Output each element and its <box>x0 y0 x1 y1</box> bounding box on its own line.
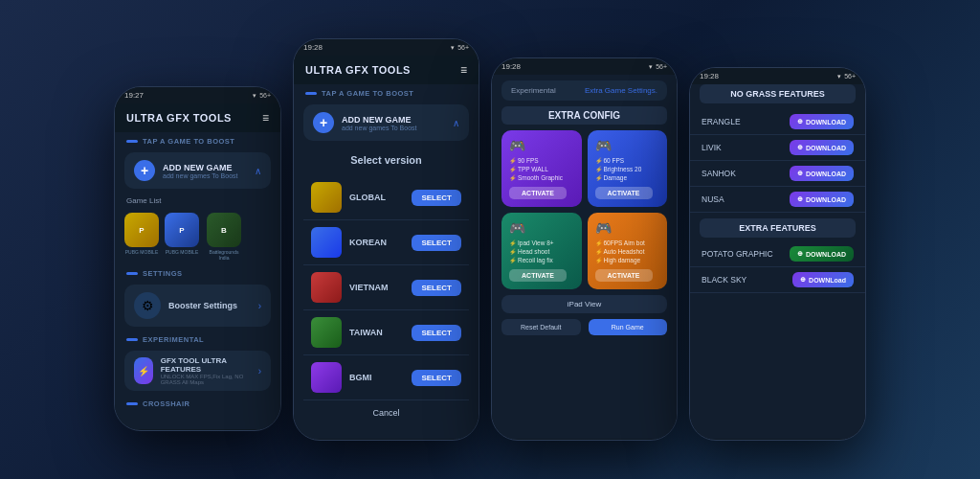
gfx-icon: ⚡ <box>134 357 153 384</box>
extra-label-potato: POTATO GRAPHIC <box>702 249 773 259</box>
extra-header: Experimental Extra Game Settings. <box>501 80 667 101</box>
version-img-vietnam <box>311 272 342 303</box>
download-button-potato[interactable]: ⊕ DOWNLOAD <box>790 246 854 262</box>
gfx-text: GFX TOOL ULTRA FEATURES UNLOCK MAX FPS,F… <box>161 356 251 385</box>
cancel-button[interactable]: Cancel <box>294 400 479 425</box>
download-icon-erangle: ⊕ <box>797 118 803 125</box>
config-card-teal: 🎮 Ipad View 8+ Head shoot Recoil lag fix… <box>501 213 582 289</box>
add-game-text-2: ADD NEW GAME add new games To Boost <box>342 115 416 131</box>
experimental-tag: Experimental <box>511 86 556 95</box>
version-img-global <box>311 182 342 213</box>
bottom-buttons: Reset Default Run Game <box>492 313 677 335</box>
status-bar-2: 19:28 ▾ 56+ <box>294 39 479 56</box>
extra-settings-tag: Extra Game Settings. <box>585 86 657 95</box>
config-card-orange: 🎮 60FPS Aim bot Auto Headshot High damag… <box>588 213 668 289</box>
version-item-taiwan[interactable]: TAIWAN SELECT <box>303 310 469 355</box>
game-icon-pubg2: P <box>165 213 199 247</box>
select-button-bgmi[interactable]: SELECT <box>412 370 461 386</box>
select-button-taiwan[interactable]: SELECT <box>412 325 461 341</box>
select-button-vietnam[interactable]: SELECT <box>412 280 461 296</box>
activate-button-orange[interactable]: ACTIVATE <box>595 269 653 282</box>
card-icon-blue: 🎮 <box>595 138 660 153</box>
experimental-label-1: EXPERIMENTAL <box>115 331 280 347</box>
download-icon-blacksky: ⊕ <box>800 276 806 284</box>
game-list-label-1: Game List <box>115 193 280 209</box>
time-1: 19:27 <box>124 91 144 100</box>
activate-button-blue[interactable]: ACTIVATE <box>595 187 653 199</box>
phone-1: 19:27 ▾ 56+ ULTRA GFX TOOLS ≡ TAP A GAME… <box>114 86 281 431</box>
select-button-global[interactable]: SELECT <box>412 190 461 206</box>
version-item-vietnam[interactable]: VIETNAM SELECT <box>303 265 469 310</box>
time-4: 19:28 <box>700 72 719 80</box>
hamburger-icon-2[interactable]: ≡ <box>460 63 467 77</box>
card-icon-purple: 🎮 <box>509 138 574 153</box>
add-game-left-1: + ADD NEW GAME add new games To Boost <box>134 160 237 181</box>
battery-icon-3: 56+ <box>656 63 667 70</box>
gfx-item[interactable]: ⚡ GFX TOOL ULTRA FEATURES UNLOCK MAX FPS… <box>124 351 271 391</box>
version-name-korean: KOREAN <box>349 238 387 247</box>
no-grass-title: NO GRASS FEATURES <box>700 84 856 103</box>
hamburger-icon-1[interactable]: ≡ <box>262 111 269 125</box>
add-game-block-2[interactable]: + ADD NEW GAME add new games To Boost ∧ <box>303 104 469 141</box>
tap-label-2: TAP A GAME TO BOOST <box>294 84 479 101</box>
list-item[interactable]: P PUBG MOBILE <box>124 213 159 261</box>
phone-4: 19:28 ▾ 56+ NO GRASS FEATURES ERANGLE ⊕ … <box>689 67 866 441</box>
card-line-4c: High damage <box>595 257 660 263</box>
app-title-2: ULTRA GFX TOOLS <box>305 64 411 76</box>
card-line-3b: Head shoot <box>509 248 574 255</box>
list-item[interactable]: P PUBG MOBILE <box>165 213 199 261</box>
download-button-livik[interactable]: ⊕ DOWNLOAD <box>790 140 854 155</box>
download-icon-potato: ⊕ <box>797 250 803 258</box>
extra-label-blacksky: BLACK SKY <box>702 275 746 285</box>
download-button-sanhok[interactable]: ⊕ DOWNLOAD <box>790 166 854 181</box>
chevron-up-icon-1: ∧ <box>255 166 261 176</box>
booster-settings-item[interactable]: ⚙ Booster Settings › <box>124 285 271 327</box>
version-name-global: GLOBAL <box>349 193 386 202</box>
battery-icon: 56+ <box>259 92 271 99</box>
screen-1: ULTRA GFX TOOLS ≡ TAP A GAME TO BOOST + … <box>115 103 280 429</box>
game-icon-bgmi: B <box>207 213 241 247</box>
status-icons-2: ▾ 56+ <box>451 44 469 52</box>
add-game-left-2: + ADD NEW GAME add new games To Boost <box>313 112 416 133</box>
map-label-erangle: ERANGLE <box>702 117 741 126</box>
wifi-icon-4: ▾ <box>837 73 841 80</box>
version-item-korean[interactable]: KOREAN SELECT <box>303 220 469 265</box>
crosshair-label-1: CROSSHAIR <box>115 395 280 411</box>
game-icons-row-1: P PUBG MOBILE P PUBG MOBILE B Battlegrou… <box>115 209 280 264</box>
ipad-view-btn[interactable]: iPad View <box>501 295 667 313</box>
card-line-1b: TPP WALL <box>509 166 574 172</box>
status-bar-1: 19:27 ▾ 56+ <box>115 87 280 103</box>
version-name-vietnam: VIETNAM <box>349 283 389 292</box>
status-bar-4: 19:28 ▾ 56+ <box>690 68 865 84</box>
download-button-blacksky[interactable]: ⊕ DOWNLoad <box>792 272 854 287</box>
card-line-4b: Auto Headshot <box>595 248 660 255</box>
version-item-bgmi[interactable]: BGMI SELECT <box>303 355 469 400</box>
list-item[interactable]: B Battlegrounds India <box>205 213 243 261</box>
version-item-global[interactable]: GLOBAL SELECT <box>303 175 469 220</box>
run-game-button[interactable]: Run Game <box>589 319 668 335</box>
card-line-2c: Damage <box>595 174 660 181</box>
screen-2: ULTRA GFX TOOLS ≡ TAP A GAME TO BOOST + … <box>294 56 479 439</box>
select-button-korean[interactable]: SELECT <box>412 235 461 251</box>
card-icon-orange: 🎮 <box>595 220 660 236</box>
card-line-2b: Brightness 20 <box>595 166 660 172</box>
download-button-nusa[interactable]: ⊕ DOWNLOAD <box>790 192 854 207</box>
game-label-bgmi: Battlegrounds India <box>205 249 243 261</box>
download-icon-livik: ⊕ <box>797 144 803 151</box>
card-line-1c: Smooth Graphic <box>509 174 574 181</box>
map-label-sanhok: SANHOK <box>702 169 736 178</box>
download-button-erangle[interactable]: ⊕ DOWNLOAD <box>790 114 854 129</box>
card-line-2a: 60 FPS <box>595 157 660 164</box>
phone-2: 19:28 ▾ 56+ ULTRA GFX TOOLS ≡ TAP A GAME… <box>293 38 479 441</box>
status-icons-4: ▾ 56+ <box>837 73 856 80</box>
chevron-right-icon: › <box>258 301 261 311</box>
reset-default-button[interactable]: Reset Default <box>501 319 581 335</box>
app-header-2: ULTRA GFX TOOLS ≡ <box>294 56 479 84</box>
activate-button-purple[interactable]: ACTIVATE <box>509 187 567 199</box>
add-game-block-1[interactable]: + ADD NEW GAME add new games To Boost ∧ <box>124 152 271 189</box>
config-grid: 🎮 90 FPS TPP WALL Smooth Graphic ACTIVAT… <box>492 130 677 289</box>
activate-button-teal[interactable]: ACTIVATE <box>509 269 567 282</box>
chevron-up-icon-2: ∧ <box>453 118 459 128</box>
version-list: GLOBAL SELECT KOREAN SELECT VIETNAM SELE… <box>294 175 479 400</box>
wifi-icon-3: ▾ <box>649 63 653 71</box>
